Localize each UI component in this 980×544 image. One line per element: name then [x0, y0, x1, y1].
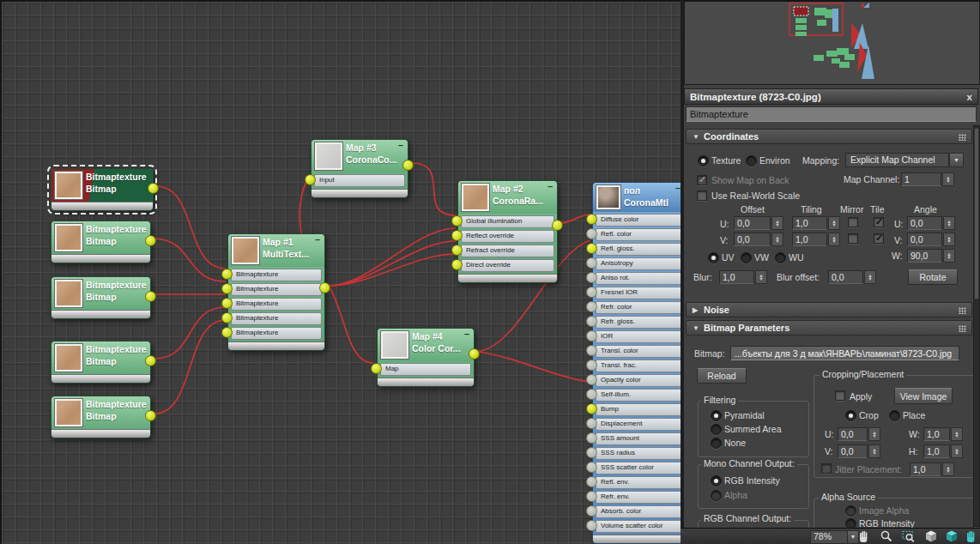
node-bitmaptexture-4[interactable]: Bitmaptexture Bitmap — [51, 341, 151, 384]
spinner-down-icon[interactable]: ▼ — [947, 239, 951, 244]
crop-h-spinner[interactable]: 1,0 ▲▼ — [923, 444, 963, 458]
environ-radio[interactable] — [746, 155, 757, 166]
drag-grip-icon[interactable] — [959, 134, 966, 141]
zoom-level-field[interactable]: 78% — [810, 530, 848, 544]
tile-u-checkbox[interactable] — [874, 217, 884, 227]
input-socket[interactable] — [586, 403, 597, 414]
node-preview-thumbnail[interactable] — [55, 224, 82, 251]
node-footer[interactable] — [51, 202, 153, 210]
spinner-down-icon[interactable]: ▼ — [872, 434, 876, 438]
input-socket[interactable] — [221, 327, 233, 338]
spinner-value[interactable]: 1,0 — [923, 444, 950, 458]
input-slot[interactable]: IOR — [596, 330, 682, 343]
bitmap-path-field[interactable]: ...бъекты для 3 д мак\ЯНВАРЬ\ламинат\872… — [730, 346, 959, 360]
input-slot[interactable]: Refl. env. — [596, 476, 682, 489]
place-radio[interactable] — [889, 410, 900, 421]
node-footer[interactable] — [51, 254, 150, 263]
input-slot[interactable]: Self-illum. — [596, 389, 682, 402]
map-channel-spinner[interactable]: 1 ▲▼ — [901, 172, 954, 186]
input-socket[interactable] — [586, 243, 597, 254]
spinner-value[interactable]: 1,0 — [910, 462, 941, 476]
show-map-on-back-checkbox[interactable] — [697, 175, 707, 185]
input-slot[interactable]: Aniso rot. — [596, 272, 682, 285]
filtering-none-radio[interactable] — [711, 438, 722, 449]
input-slot[interactable]: Absorb. color — [596, 505, 682, 518]
input-socket[interactable] — [586, 418, 597, 429]
input-slot[interactable]: Anisotropy — [596, 257, 682, 270]
node-preview-thumbnail[interactable] — [55, 399, 82, 426]
node-header[interactable]: Bitmaptexture Bitmap — [51, 277, 150, 310]
jitter-placement-checkbox[interactable] — [821, 463, 832, 474]
input-socket[interactable] — [371, 363, 382, 374]
reload-button[interactable]: Reload — [697, 368, 747, 384]
input-socket[interactable] — [586, 462, 597, 473]
node-bitmaptexture-1[interactable]: Bitmaptexture Bitmap — [51, 168, 154, 211]
input-slot[interactable]: Direct override — [461, 259, 554, 272]
spinner-down-icon[interactable]: ▼ — [775, 239, 779, 244]
angle-v-spinner[interactable]: 0,0 ▲▼ — [907, 233, 955, 246]
input-socket[interactable] — [586, 272, 597, 283]
scrollbar-thumb[interactable] — [974, 128, 979, 299]
pan-hand-icon[interactable] — [857, 529, 872, 544]
node-bitmaptexture-3[interactable]: Bitmaptexture Bitmap — [51, 276, 151, 319]
spinner-value[interactable]: 1,0 — [792, 216, 827, 230]
jitter-placement-spinner[interactable]: 1,0 ▲▼ — [910, 462, 954, 476]
uv-radio[interactable] — [708, 252, 719, 263]
input-slot[interactable]: SSS scatter color — [596, 462, 682, 474]
input-slot[interactable]: Bitmaptexture — [231, 298, 322, 311]
node-map4-colorcorrect[interactable]: Map #4 Color Cor... – Map — [377, 328, 475, 387]
node-preview-thumbnail[interactable] — [596, 185, 620, 209]
input-slot[interactable]: Bitmaptexture — [231, 269, 322, 281]
spinner-down-icon[interactable]: ▼ — [947, 223, 951, 227]
node-footer[interactable] — [228, 342, 324, 350]
wu-radio[interactable] — [775, 252, 786, 263]
node-map1-multitexture[interactable]: Map #1 MultiText... – Bitmaptexture Bitm… — [227, 233, 325, 351]
input-socket[interactable] — [305, 174, 316, 185]
spinner-value[interactable]: 0,0 — [907, 216, 942, 230]
spinner-down-icon[interactable]: ▼ — [946, 179, 950, 184]
output-socket[interactable] — [145, 410, 156, 421]
spinner-value[interactable]: 0,0 — [838, 444, 868, 458]
spinner-arrows-icon[interactable]: ▲▼ — [771, 233, 783, 246]
crop-u-spinner[interactable]: 0,0 ▲▼ — [838, 427, 880, 441]
mirror-v-checkbox[interactable] — [848, 233, 858, 244]
spinner-value[interactable]: 0,0 — [907, 233, 942, 246]
filtering-pyramidal-radio[interactable] — [711, 410, 722, 421]
navigator-minimap[interactable] — [684, 0, 980, 85]
spinner-arrows-icon[interactable]: ▲▼ — [943, 249, 955, 263]
input-slot[interactable]: Input — [314, 174, 405, 187]
mono-alpha-radio[interactable] — [711, 490, 722, 501]
input-slot[interactable]: Map — [380, 363, 471, 376]
input-slot[interactable]: Transl. frac. — [596, 360, 682, 372]
crop-v-spinner[interactable]: 0,0 ▲▼ — [838, 444, 880, 458]
input-slot[interactable]: Fresnel IOR — [596, 287, 682, 299]
input-socket[interactable] — [586, 360, 597, 371]
input-socket[interactable] — [451, 245, 463, 256]
node-bitmaptexture-5[interactable]: Bitmaptexture Bitmap — [51, 396, 151, 438]
input-socket[interactable] — [586, 505, 597, 517]
input-slot[interactable]: Refl. color — [596, 228, 682, 241]
input-socket[interactable] — [221, 283, 233, 294]
spinner-down-icon[interactable]: ▼ — [946, 469, 950, 474]
output-socket[interactable] — [319, 282, 330, 293]
offset-u-spinner[interactable]: 0,0 ▲▼ — [734, 216, 783, 230]
spinner-value[interactable]: 0,0 — [734, 216, 771, 230]
node-footer[interactable] — [312, 189, 408, 197]
spinner-arrows-icon[interactable]: ▲▼ — [943, 216, 955, 230]
input-slot[interactable]: Refr. color — [596, 301, 682, 314]
crop-w-spinner[interactable]: 1,0 ▲▼ — [923, 427, 963, 441]
node-footer[interactable] — [51, 429, 150, 438]
spinner-value[interactable]: 1,0 — [792, 233, 827, 246]
node-preview-thumbnail[interactable] — [55, 280, 82, 307]
spinner-down-icon[interactable]: ▼ — [954, 451, 959, 456]
zoom-extents-icon[interactable] — [924, 529, 939, 544]
zoom-region-icon[interactable] — [902, 529, 916, 544]
input-slot[interactable]: Opacity color — [596, 374, 682, 387]
rollout-coordinates[interactable]: ▼ Coordinates — [686, 129, 972, 144]
input-slot[interactable]: Refract override — [461, 245, 554, 257]
spinner-arrows-icon[interactable]: ▲▼ — [951, 444, 963, 458]
input-socket[interactable] — [451, 215, 463, 227]
spinner-down-icon[interactable]: ▼ — [947, 256, 951, 260]
input-slot[interactable]: Bump — [596, 403, 682, 416]
node-header[interactable]: Map #4 Color Cor... – — [378, 329, 474, 361]
